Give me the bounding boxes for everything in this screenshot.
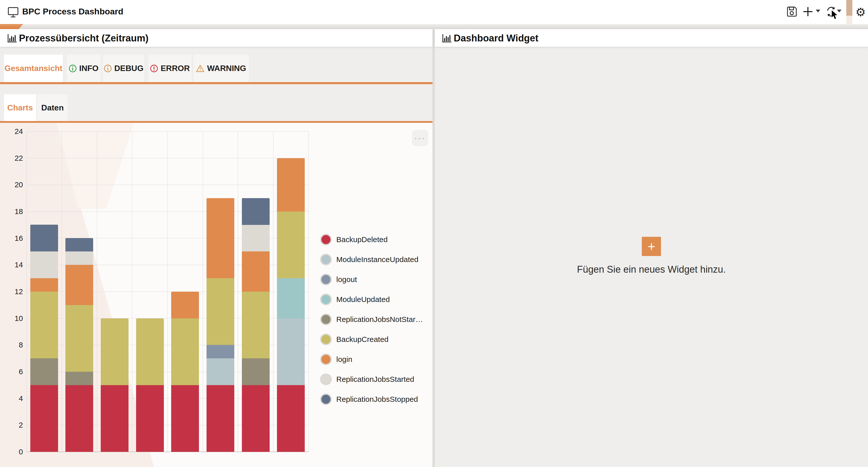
tab-label: INFO	[79, 64, 98, 73]
x-tick-label: 30.11.	[233, 465, 262, 467]
add-icon[interactable]	[802, 5, 814, 18]
bar-segment-ReplicationJobsNotStar…-30.11.[interactable]	[242, 358, 270, 385]
y-tick-label: 10	[5, 314, 23, 323]
tab-charts[interactable]: Charts	[4, 94, 36, 121]
tab-debug[interactable]: DEBUG	[103, 55, 144, 82]
save-icon[interactable]	[786, 5, 798, 18]
active-tab-underline	[0, 82, 433, 84]
bar-segment-BackupDeleted-28.11.[interactable]	[171, 385, 199, 452]
settings-gear-icon[interactable]: ⚙	[856, 6, 866, 18]
legend-swatch	[320, 294, 332, 305]
legend-item-BackupCreated[interactable]: BackupCreated	[320, 329, 423, 349]
chart-plot-area: 02468101214161820222424.11.25.11.26.11.2…	[27, 132, 309, 452]
bar-segment-ReplicationJobsNotStar…-25.11.[interactable]	[65, 372, 93, 385]
legend-swatch	[320, 234, 332, 245]
bar-segment-ReplicationJobsNotStar…-24.11.[interactable]	[30, 358, 58, 385]
bar-segment-BackupDeleted-01. Dez.[interactable]	[277, 385, 305, 452]
tab-label: Charts	[7, 103, 33, 113]
bar-segment-BackupDeleted-27.11.[interactable]	[136, 385, 164, 452]
y-tick-label: 6	[5, 368, 23, 376]
legend-label: ReplicationJobsStopped	[336, 395, 418, 404]
bar-segment-BackupCreated-28.11.[interactable]	[171, 318, 199, 385]
bar-segment-BackupDeleted-25.11.[interactable]	[65, 385, 93, 452]
bar-segment-login-01. Dez.[interactable]	[277, 158, 305, 211]
bar-segment-BackupCreated-24.11.[interactable]	[30, 292, 58, 358]
bar-segment-BackupDeleted-30.11.[interactable]	[242, 385, 270, 452]
legend-label: ReplicationJobsNotStar…	[336, 315, 423, 324]
dashboard-widget-panel: Dashboard Widget + Fügen Sie ein neues W…	[435, 29, 868, 467]
tab-error[interactable]: ERROR	[149, 55, 191, 82]
bar-segment-login-25.11.[interactable]	[65, 265, 93, 305]
legend-label: ReplicationJobsStarted	[336, 375, 414, 384]
bar-segment-ReplicationJobsStarted-30.11.[interactable]	[242, 225, 270, 252]
add-widget-button[interactable]: +	[642, 237, 661, 256]
panel-divider	[433, 29, 435, 467]
bar-segment-BackupDeleted-29.11.[interactable]	[207, 385, 234, 452]
tab-info[interactable]: INFO	[67, 55, 100, 82]
legend-item-ModuleUpdated[interactable]: ModuleUpdated	[320, 289, 423, 309]
y-tick-label: 16	[5, 234, 23, 242]
process-overview-widget: Prozessübersicht (Zeitraum) Gesamtansich…	[0, 29, 433, 467]
bar-segment-BackupDeleted-26.11.[interactable]	[101, 385, 128, 452]
bar-segment-login-29.11.[interactable]	[207, 198, 234, 278]
legend-swatch	[320, 314, 332, 325]
status-indicator-bar	[846, 0, 852, 16]
bar-segment-BackupDeleted-24.11.[interactable]	[30, 385, 58, 452]
bar-segment-ModuleInstanceUpdated-01. Dez.[interactable]	[277, 318, 305, 385]
x-tick-label: 28.11.	[162, 465, 192, 467]
legend-swatch	[320, 333, 332, 345]
bar-segment-login-28.11.[interactable]	[171, 292, 199, 318]
legend-item-ReplicationJobsStarted[interactable]: ReplicationJobsStarted	[320, 369, 423, 389]
bar-segment-BackupCreated-01. Dez.[interactable]	[277, 211, 305, 278]
page: BPC Process Dashboard ⚙	[0, 0, 868, 467]
legend-item-logout[interactable]: logout	[320, 269, 423, 289]
bar-segment-BackupCreated-26.11.[interactable]	[101, 318, 128, 385]
legend-item-ModuleInstanceUpdated[interactable]: ModuleInstanceUpdated	[320, 250, 423, 269]
legend-label: login	[336, 355, 352, 363]
stacked-bar-chart: 02468101214161820222424.11.25.11.26.11.2…	[0, 123, 433, 467]
warning-triangle-icon	[196, 64, 205, 72]
bar-segment-ReplicationJobsStopped-25.11.[interactable]	[65, 238, 93, 252]
legend-item-ReplicationJobsNotStar…[interactable]: ReplicationJobsNotStar…	[320, 309, 423, 329]
bar-segment-ModuleUpdated-01. Dez.[interactable]	[277, 278, 305, 318]
right-panel-header: Dashboard Widget	[435, 29, 868, 47]
tab-daten[interactable]: Daten	[37, 94, 68, 121]
charts-daten-tab-row: Charts Daten	[0, 90, 433, 123]
bar-segment-BackupCreated-30.11.[interactable]	[242, 292, 270, 358]
bar-segment-BackupCreated-27.11.[interactable]	[136, 318, 164, 385]
legend-label: logout	[336, 275, 357, 284]
add-widget-message: Fügen Sie ein neues Widget hinzu.	[435, 264, 868, 275]
tab-label: Gesamtansicht	[4, 64, 62, 73]
bar-segment-login-30.11.[interactable]	[242, 252, 270, 292]
bar-segment-BackupCreated-25.11.[interactable]	[65, 305, 93, 372]
legend-item-ReplicationJobsStopped[interactable]: ReplicationJobsStopped	[320, 389, 423, 409]
y-tick-label: 24	[5, 127, 23, 136]
bar-segment-ReplicationJobsStarted-25.11.[interactable]	[65, 252, 93, 265]
chart-options-button[interactable]: ···	[412, 130, 428, 146]
y-tick-label: 8	[5, 341, 23, 349]
legend-item-login[interactable]: login	[320, 349, 423, 369]
add-dropdown-caret-icon[interactable]	[815, 9, 821, 13]
tab-gesamtansicht[interactable]: Gesamtansicht	[4, 55, 63, 82]
bar-segment-login-24.11.[interactable]	[30, 278, 58, 292]
legend-swatch	[320, 353, 332, 365]
legend-label: ModuleInstanceUpdated	[336, 255, 418, 264]
bar-segment-ReplicationJobsStopped-30.11.[interactable]	[242, 198, 270, 225]
bar-segment-ReplicationJobsStopped-24.11.[interactable]	[30, 225, 58, 252]
legend-item-BackupDeleted[interactable]: BackupDeleted	[320, 230, 423, 250]
tab-label: Daten	[41, 103, 64, 113]
bar-segment-ModuleInstanceUpdated-29.11.[interactable]	[207, 358, 234, 385]
bar-segment-BackupCreated-29.11.[interactable]	[207, 278, 234, 345]
legend-label: BackupDeleted	[336, 235, 388, 244]
bar-segment-logout-29.11.[interactable]	[207, 345, 234, 358]
tab-label: DEBUG	[114, 64, 144, 73]
log-level-tab-row: Gesamtansicht INFO DEBUG	[0, 47, 433, 90]
status-indicator-bar-lower	[846, 16, 852, 24]
right-panel-title: Dashboard Widget	[454, 33, 538, 44]
gridline-x	[62, 132, 62, 452]
error-circle-icon	[150, 64, 158, 72]
tab-warning[interactable]: WARNING	[193, 55, 249, 82]
header-strip-orange-segment	[0, 24, 23, 29]
bar-chart-icon	[442, 34, 452, 43]
bar-segment-ReplicationJobsStarted-24.11.[interactable]	[30, 252, 58, 278]
